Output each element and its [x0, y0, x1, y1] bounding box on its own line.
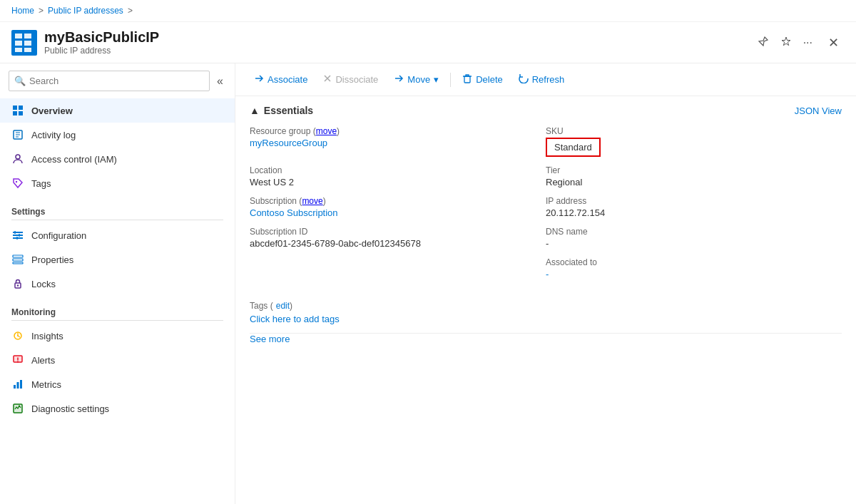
nav-alerts-label: Alerts — [31, 355, 55, 366]
breadcrumb-sep1: > — [39, 6, 44, 16]
location-field: Location West US 2 — [250, 161, 546, 192]
move-dropdown-icon: ▾ — [434, 74, 439, 85]
subscription-link[interactable]: Contoso Subscription — [250, 207, 338, 218]
associated-to-label: Associated to — [546, 257, 842, 267]
dns-name-label: DNS name — [546, 227, 842, 237]
ip-address-field: IP address 20.112.72.154 — [546, 192, 842, 222]
activity-log-icon — [11, 128, 24, 141]
dissociate-button[interactable]: Dissociate — [316, 70, 385, 89]
breadcrumb-public-ip[interactable]: Public IP addresses — [48, 6, 123, 16]
favorite-icon[interactable] — [778, 33, 795, 53]
diagnostic-settings-icon — [11, 402, 24, 415]
nav-insights[interactable]: Insights — [0, 324, 235, 348]
associate-button[interactable]: Associate — [247, 69, 315, 90]
resource-group-field: Resource group (move) myResourceGroup — [250, 122, 546, 161]
nav-diagnostic-settings[interactable]: Diagnostic settings — [0, 396, 235, 421]
nav-locks[interactable]: Locks — [0, 272, 235, 296]
resource-icon — [11, 30, 37, 56]
nav-activity-log[interactable]: Activity log — [0, 123, 235, 147]
svg-rect-10 — [19, 111, 23, 115]
resource-subtitle: Public IP address — [44, 46, 748, 56]
breadcrumb-home[interactable]: Home — [11, 6, 34, 16]
delete-button[interactable]: Delete — [455, 69, 510, 90]
location-label: Location — [250, 165, 546, 175]
tags-edit-link[interactable]: edit — [276, 301, 290, 311]
nav-tags-label: Tags — [31, 178, 51, 189]
associated-to-value: - — [546, 269, 842, 279]
json-view-link[interactable]: JSON View — [795, 106, 842, 116]
essentials-chevron-icon[interactable]: ▲ — [250, 105, 260, 116]
monitoring-section-header: Monitoring — [0, 296, 235, 320]
svg-rect-19 — [16, 237, 18, 240]
nav-metrics-label: Metrics — [31, 379, 61, 390]
settings-section-header: Settings — [0, 195, 235, 220]
settings-divider — [11, 220, 223, 220]
refresh-button[interactable]: Refresh — [511, 69, 572, 90]
tags-add-link[interactable]: Click here to add tags — [250, 314, 340, 324]
nav-properties[interactable]: Properties — [0, 247, 235, 272]
toolbar: Associate Dissociate Move ▾ — [235, 63, 856, 96]
more-icon[interactable]: ··· — [800, 34, 815, 52]
nav-overview[interactable]: Overview — [0, 98, 235, 123]
resource-group-move-link[interactable]: move — [316, 126, 337, 136]
move-button[interactable]: Move ▾ — [387, 69, 446, 90]
nav-iam[interactable]: Access control (IAM) — [0, 147, 235, 171]
svg-rect-8 — [19, 106, 23, 110]
svg-rect-30 — [17, 382, 19, 389]
tier-label: Tier — [546, 165, 842, 175]
nav-alerts[interactable]: Alerts — [0, 348, 235, 372]
breadcrumb-sep2: > — [128, 6, 133, 16]
subscription-id-field: Subscription ID abcdef01-2345-6789-0abc-… — [250, 222, 546, 253]
iam-icon — [11, 153, 24, 165]
see-more-link[interactable]: See more — [235, 328, 304, 350]
delete-icon — [462, 73, 472, 86]
nav-tags[interactable]: Tags — [0, 171, 235, 195]
svg-rect-2 — [24, 34, 31, 38]
dns-name-value: - — [546, 238, 842, 249]
breadcrumb: Home > Public IP addresses > — [0, 0, 856, 22]
tags-section: Tags (edit) Click here to add tags — [235, 295, 856, 333]
resource-group-label: Resource group (move) — [250, 126, 546, 136]
collapse-sidebar-button[interactable]: « — [214, 72, 226, 91]
subscription-field: Subscription (move) Contoso Subscription — [250, 192, 546, 222]
empty-field — [250, 253, 546, 284]
overview-icon — [11, 104, 24, 117]
content-area: Associate Dissociate Move ▾ — [235, 63, 856, 504]
tier-field: Tier Regional — [546, 161, 842, 192]
sku-value: Standard — [546, 138, 842, 157]
header-icons: ··· — [755, 33, 815, 53]
nav-overview-label: Overview — [31, 106, 73, 116]
nav-diagnostic-settings-label: Diagnostic settings — [31, 403, 109, 414]
sku-field: SKU Standard — [546, 122, 842, 161]
move-icon — [394, 73, 404, 86]
subscription-id-value: abcdef01-2345-6789-0abc-def012345678 — [250, 238, 546, 249]
svg-rect-21 — [13, 259, 23, 261]
essentials-header: ▲ Essentials JSON View — [235, 96, 856, 122]
svg-rect-31 — [20, 380, 22, 389]
location-value: West US 2 — [250, 177, 546, 187]
nav-configuration[interactable]: Configuration — [0, 223, 235, 247]
refresh-icon — [519, 73, 529, 86]
sku-label: SKU — [546, 126, 842, 136]
svg-rect-17 — [14, 231, 16, 234]
associate-icon — [254, 73, 264, 86]
sidebar: 🔍 « Overview Acti — [0, 63, 235, 504]
pin-icon[interactable] — [755, 33, 772, 53]
nav-activity-log-label: Activity log — [31, 130, 76, 140]
tags-icon — [11, 177, 24, 190]
subscription-id-label: Subscription ID — [250, 227, 546, 237]
dns-name-field: DNS name - — [546, 222, 842, 253]
sku-box: Standard — [546, 138, 601, 157]
svg-rect-1 — [15, 34, 22, 38]
resource-group-link[interactable]: myResourceGroup — [250, 138, 327, 148]
locks-icon — [11, 277, 24, 290]
subscription-move-link[interactable]: move — [302, 196, 322, 206]
insights-icon — [11, 329, 24, 342]
associated-to-link[interactable]: - — [546, 269, 549, 279]
svg-rect-15 — [13, 235, 23, 236]
svg-rect-6 — [24, 48, 31, 52]
nav-metrics[interactable]: Metrics — [0, 372, 235, 396]
close-button[interactable]: ✕ — [822, 32, 845, 53]
search-input[interactable] — [9, 71, 210, 91]
nav-configuration-label: Configuration — [31, 230, 86, 241]
